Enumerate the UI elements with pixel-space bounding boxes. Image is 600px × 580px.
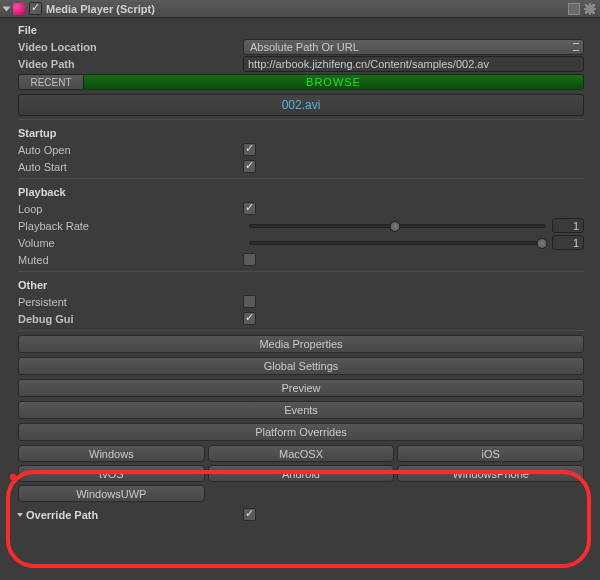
auto-start-label: Auto Start [18,161,243,173]
preview-button[interactable]: Preview [18,379,584,397]
auto-open-label: Auto Open [18,144,243,156]
loop-checkbox[interactable] [243,202,256,215]
auto-start-checkbox[interactable] [243,160,256,173]
override-path-checkbox[interactable] [243,508,256,521]
component-title: Media Player (Script) [46,3,155,15]
divider [18,178,584,179]
platform-macosx-button[interactable]: MacOSX [208,445,395,462]
platform-android-button[interactable]: Android [208,465,395,482]
volume-slider[interactable] [249,241,546,245]
media-properties-button[interactable]: Media Properties [18,335,584,353]
current-filename: 002.avi [282,98,321,112]
recent-button[interactable]: RECENT [18,74,84,90]
playback-rate-slider[interactable] [249,224,546,228]
persistent-label: Persistent [18,296,243,308]
override-path-label: Override Path [26,509,98,521]
video-location-label: Video Location [18,41,243,53]
slider-thumb[interactable] [389,221,400,232]
gear-icon[interactable] [584,3,596,15]
component-header[interactable]: Media Player (Script) [0,0,600,18]
foldout-icon[interactable] [17,513,23,517]
auto-open-checkbox[interactable] [243,143,256,156]
component-enabled-toggle[interactable] [29,2,42,15]
divider [18,330,584,331]
persistent-checkbox[interactable] [243,295,256,308]
divider [18,119,584,120]
slider-thumb[interactable] [537,238,548,249]
platform-overrides-button[interactable]: Platform Overrides [18,423,584,441]
platform-windows-button[interactable]: Windows [18,445,205,462]
browse-button[interactable]: BROWSE [84,74,584,90]
loop-label: Loop [18,203,243,215]
video-path-input[interactable] [243,56,584,72]
platform-windowsphone-button[interactable]: WindowsPhone [397,465,584,482]
divider [18,271,584,272]
platform-windowsuwp-button[interactable]: WindowsUWP [18,485,205,502]
volume-label: Volume [18,237,243,249]
startup-section-header: Startup [18,123,584,141]
video-path-label: Video Path [18,58,243,70]
script-icon [13,3,25,15]
debug-gui-checkbox[interactable] [243,312,256,325]
playback-section-header: Playback [18,182,584,200]
muted-label: Muted [18,254,243,266]
volume-value[interactable]: 1 [552,235,584,250]
debug-gui-label: Debug Gui [18,313,243,325]
foldout-icon[interactable] [3,6,11,11]
muted-checkbox[interactable] [243,253,256,266]
global-settings-button[interactable]: Global Settings [18,357,584,375]
current-file-bar[interactable]: 002.avi [18,94,584,116]
help-icon[interactable] [568,3,580,15]
video-location-dropdown[interactable]: Absolute Path Or URL [243,39,584,55]
events-button[interactable]: Events [18,401,584,419]
playback-rate-value[interactable]: 1 [552,218,584,233]
platform-ios-button[interactable]: iOS [397,445,584,462]
video-location-value: Absolute Path Or URL [250,41,359,53]
platform-grid: Windows MacOSX iOS tvOS Android WindowsP… [18,445,584,502]
platform-tvos-button[interactable]: tvOS [18,465,205,482]
other-section-header: Other [18,275,584,293]
file-section-header: File [18,20,584,38]
playback-rate-label: Playback Rate [18,220,243,232]
